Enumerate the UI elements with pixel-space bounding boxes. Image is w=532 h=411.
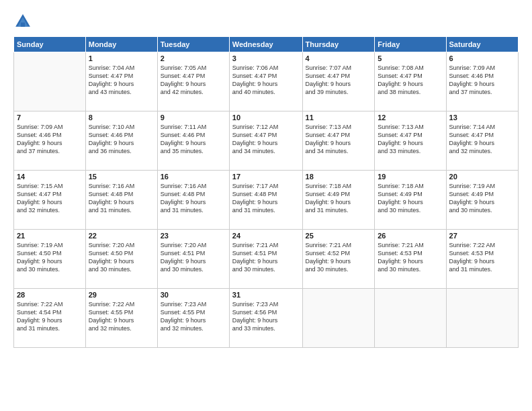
day-info: Sunrise: 7:12 AMSunset: 4:47 PMDaylight:… xyxy=(232,123,300,156)
calendar-cell: 22Sunrise: 7:20 AMSunset: 4:50 PMDayligh… xyxy=(85,230,157,289)
weekday-header-tuesday: Tuesday xyxy=(157,37,229,52)
day-number: 16 xyxy=(161,173,226,181)
day-info: Sunrise: 7:18 AMSunset: 4:49 PMDaylight:… xyxy=(378,182,443,215)
day-info: Sunrise: 7:22 AMSunset: 4:53 PMDaylight:… xyxy=(449,241,515,274)
logo xyxy=(13,12,35,31)
day-number: 23 xyxy=(161,232,226,240)
day-number: 20 xyxy=(449,173,515,181)
day-info: Sunrise: 7:23 AMSunset: 4:56 PMDaylight:… xyxy=(232,300,300,333)
calendar-cell: 21Sunrise: 7:19 AMSunset: 4:50 PMDayligh… xyxy=(14,230,86,289)
calendar-cell xyxy=(302,289,375,348)
calendar-cell: 24Sunrise: 7:21 AMSunset: 4:51 PMDayligh… xyxy=(229,230,302,289)
day-number: 11 xyxy=(306,113,372,122)
day-info: Sunrise: 7:18 AMSunset: 4:49 PMDaylight:… xyxy=(306,182,372,215)
calendar-cell: 17Sunrise: 7:17 AMSunset: 4:48 PMDayligh… xyxy=(229,171,302,230)
day-number: 31 xyxy=(232,291,300,299)
day-number: 4 xyxy=(306,54,372,62)
day-info: Sunrise: 7:10 AMSunset: 4:46 PMDaylight:… xyxy=(89,123,154,156)
day-number: 14 xyxy=(17,173,83,181)
day-number: 27 xyxy=(449,232,515,240)
weekday-header-saturday: Saturday xyxy=(446,37,518,52)
day-number: 25 xyxy=(306,232,372,240)
calendar-cell: 23Sunrise: 7:20 AMSunset: 4:51 PMDayligh… xyxy=(157,230,229,289)
weekday-row: SundayMondayTuesdayWednesdayThursdayFrid… xyxy=(14,37,519,52)
day-number: 3 xyxy=(232,54,300,62)
calendar-cell: 15Sunrise: 7:16 AMSunset: 4:48 PMDayligh… xyxy=(85,171,157,230)
day-number: 5 xyxy=(378,54,443,62)
day-number: 7 xyxy=(17,113,83,122)
day-info: Sunrise: 7:17 AMSunset: 4:48 PMDaylight:… xyxy=(232,182,300,215)
day-info: Sunrise: 7:22 AMSunset: 4:54 PMDaylight:… xyxy=(17,300,83,333)
day-info: Sunrise: 7:19 AMSunset: 4:50 PMDaylight:… xyxy=(17,241,83,274)
calendar: SundayMondayTuesdayWednesdayThursdayFrid… xyxy=(13,36,519,348)
calendar-cell xyxy=(14,52,86,111)
calendar-cell: 25Sunrise: 7:21 AMSunset: 4:52 PMDayligh… xyxy=(302,230,375,289)
calendar-cell: 6Sunrise: 7:09 AMSunset: 4:46 PMDaylight… xyxy=(446,52,518,111)
calendar-cell: 8Sunrise: 7:10 AMSunset: 4:46 PMDaylight… xyxy=(85,111,157,171)
day-number: 17 xyxy=(232,173,300,181)
day-number: 21 xyxy=(17,232,83,240)
calendar-week-2: 7Sunrise: 7:09 AMSunset: 4:46 PMDaylight… xyxy=(14,111,519,171)
calendar-cell: 13Sunrise: 7:14 AMSunset: 4:47 PMDayligh… xyxy=(446,111,518,171)
calendar-week-3: 14Sunrise: 7:15 AMSunset: 4:47 PMDayligh… xyxy=(14,171,519,230)
day-info: Sunrise: 7:07 AMSunset: 4:47 PMDaylight:… xyxy=(306,64,372,97)
calendar-cell: 29Sunrise: 7:22 AMSunset: 4:55 PMDayligh… xyxy=(85,289,157,348)
day-number: 28 xyxy=(17,291,83,299)
day-info: Sunrise: 7:21 AMSunset: 4:51 PMDaylight:… xyxy=(232,241,300,274)
day-info: Sunrise: 7:16 AMSunset: 4:48 PMDaylight:… xyxy=(161,182,226,215)
day-info: Sunrise: 7:09 AMSunset: 4:46 PMDaylight:… xyxy=(449,64,515,97)
calendar-cell: 30Sunrise: 7:23 AMSunset: 4:55 PMDayligh… xyxy=(157,289,229,348)
calendar-cell xyxy=(446,289,518,348)
calendar-cell: 20Sunrise: 7:19 AMSunset: 4:49 PMDayligh… xyxy=(446,171,518,230)
page: SundayMondayTuesdayWednesdayThursdayFrid… xyxy=(0,0,532,411)
calendar-cell: 4Sunrise: 7:07 AMSunset: 4:47 PMDaylight… xyxy=(302,52,375,111)
calendar-week-5: 28Sunrise: 7:22 AMSunset: 4:54 PMDayligh… xyxy=(14,289,519,348)
day-info: Sunrise: 7:13 AMSunset: 4:47 PMDaylight:… xyxy=(378,123,443,156)
day-number: 2 xyxy=(161,54,226,62)
day-number: 10 xyxy=(232,113,300,122)
calendar-cell: 26Sunrise: 7:21 AMSunset: 4:53 PMDayligh… xyxy=(375,230,446,289)
calendar-cell: 11Sunrise: 7:13 AMSunset: 4:47 PMDayligh… xyxy=(302,111,375,171)
day-info: Sunrise: 7:05 AMSunset: 4:47 PMDaylight:… xyxy=(161,64,226,97)
day-info: Sunrise: 7:08 AMSunset: 4:47 PMDaylight:… xyxy=(378,64,443,97)
calendar-cell: 19Sunrise: 7:18 AMSunset: 4:49 PMDayligh… xyxy=(375,171,446,230)
calendar-cell: 27Sunrise: 7:22 AMSunset: 4:53 PMDayligh… xyxy=(446,230,518,289)
calendar-cell: 18Sunrise: 7:18 AMSunset: 4:49 PMDayligh… xyxy=(302,171,375,230)
day-info: Sunrise: 7:06 AMSunset: 4:47 PMDaylight:… xyxy=(232,64,300,97)
day-info: Sunrise: 7:21 AMSunset: 4:52 PMDaylight:… xyxy=(306,241,372,274)
header xyxy=(13,12,519,31)
day-info: Sunrise: 7:22 AMSunset: 4:55 PMDaylight:… xyxy=(89,300,154,333)
day-number: 18 xyxy=(306,173,372,181)
calendar-cell: 3Sunrise: 7:06 AMSunset: 4:47 PMDaylight… xyxy=(229,52,302,111)
weekday-header-friday: Friday xyxy=(375,37,446,52)
day-info: Sunrise: 7:14 AMSunset: 4:47 PMDaylight:… xyxy=(449,123,515,156)
day-info: Sunrise: 7:21 AMSunset: 4:53 PMDaylight:… xyxy=(378,241,443,274)
day-info: Sunrise: 7:13 AMSunset: 4:47 PMDaylight:… xyxy=(306,123,372,156)
day-info: Sunrise: 7:09 AMSunset: 4:46 PMDaylight:… xyxy=(17,123,83,156)
day-number: 1 xyxy=(89,54,154,62)
day-info: Sunrise: 7:19 AMSunset: 4:49 PMDaylight:… xyxy=(449,182,515,215)
weekday-header-sunday: Sunday xyxy=(14,37,86,52)
calendar-cell: 2Sunrise: 7:05 AMSunset: 4:47 PMDaylight… xyxy=(157,52,229,111)
day-info: Sunrise: 7:23 AMSunset: 4:55 PMDaylight:… xyxy=(161,300,226,333)
calendar-cell: 5Sunrise: 7:08 AMSunset: 4:47 PMDaylight… xyxy=(375,52,446,111)
day-number: 22 xyxy=(89,232,154,240)
calendar-week-4: 21Sunrise: 7:19 AMSunset: 4:50 PMDayligh… xyxy=(14,230,519,289)
weekday-header-wednesday: Wednesday xyxy=(229,37,302,52)
calendar-cell: 31Sunrise: 7:23 AMSunset: 4:56 PMDayligh… xyxy=(229,289,302,348)
calendar-body: 1Sunrise: 7:04 AMSunset: 4:47 PMDaylight… xyxy=(14,52,519,348)
calendar-cell: 16Sunrise: 7:16 AMSunset: 4:48 PMDayligh… xyxy=(157,171,229,230)
weekday-header-thursday: Thursday xyxy=(302,37,375,52)
day-number: 19 xyxy=(378,173,443,181)
calendar-cell: 12Sunrise: 7:13 AMSunset: 4:47 PMDayligh… xyxy=(375,111,446,171)
day-info: Sunrise: 7:20 AMSunset: 4:50 PMDaylight:… xyxy=(89,241,154,274)
calendar-cell: 10Sunrise: 7:12 AMSunset: 4:47 PMDayligh… xyxy=(229,111,302,171)
day-info: Sunrise: 7:04 AMSunset: 4:47 PMDaylight:… xyxy=(89,64,154,97)
calendar-cell: 14Sunrise: 7:15 AMSunset: 4:47 PMDayligh… xyxy=(14,171,86,230)
day-number: 26 xyxy=(378,232,443,240)
day-info: Sunrise: 7:16 AMSunset: 4:48 PMDaylight:… xyxy=(89,182,154,215)
calendar-week-1: 1Sunrise: 7:04 AMSunset: 4:47 PMDaylight… xyxy=(14,52,519,111)
day-info: Sunrise: 7:15 AMSunset: 4:47 PMDaylight:… xyxy=(17,182,83,215)
svg-rect-2 xyxy=(21,23,25,27)
day-number: 12 xyxy=(378,113,443,122)
